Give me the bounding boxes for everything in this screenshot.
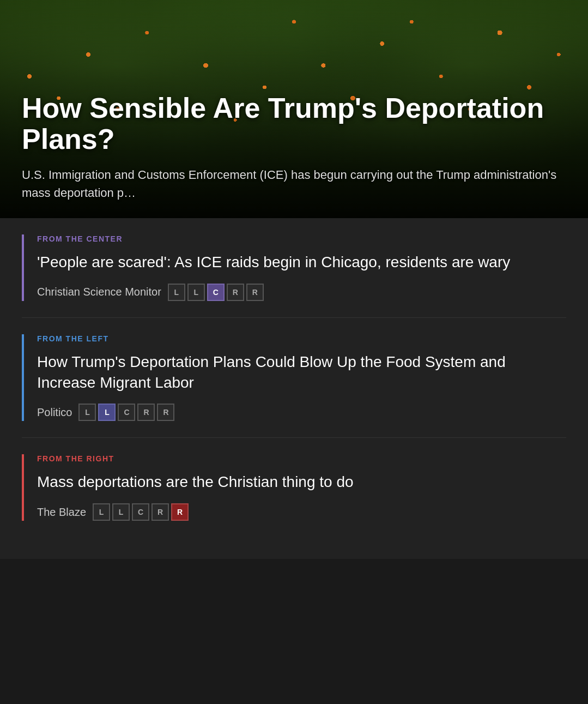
source-name-center: Christian Science Monitor [37, 286, 161, 298]
bias-box-left-L2: L [98, 404, 116, 421]
source-row-right: The Blaze L L C R R [37, 503, 566, 521]
bias-box-L1: L [168, 284, 185, 301]
hero-section: How Sensible Are Trump's Deportation Pla… [0, 0, 588, 218]
bias-box-C: C [207, 284, 225, 301]
bias-box-right-R2: R [171, 503, 189, 521]
article-inner-center: FROM THE CENTER 'People are scared': As … [22, 234, 566, 301]
bias-indicators-right: L L C R R [93, 503, 189, 521]
article-inner-left: FROM THE LEFT How Trump's Deportation Pl… [22, 334, 566, 422]
section-label-center: FROM THE CENTER [37, 234, 566, 243]
article-title-left[interactable]: How Trump's Deportation Plans Could Blow… [37, 352, 566, 393]
bias-box-left-L1: L [78, 404, 96, 421]
section-label-left: FROM THE LEFT [37, 334, 566, 343]
bias-box-L2: L [187, 284, 205, 301]
bias-indicators-left: L L C R R [78, 404, 174, 421]
hero-content: How Sensible Are Trump's Deportation Pla… [0, 76, 588, 218]
section-label-right: FROM THE RIGHT [37, 454, 566, 463]
bias-box-R1: R [227, 284, 244, 301]
bias-box-right-L1: L [93, 503, 110, 521]
article-section-right[interactable]: FROM THE RIGHT Mass deportations are the… [22, 438, 566, 537]
hero-title[interactable]: How Sensible Are Trump's Deportation Pla… [22, 93, 566, 155]
bias-box-right-R1: R [151, 503, 169, 521]
source-name-right: The Blaze [37, 506, 86, 519]
article-title-right[interactable]: Mass deportations are the Christian thin… [37, 472, 566, 492]
bias-indicators-center: L L C R R [168, 284, 264, 301]
source-name-left: Politico [37, 406, 72, 419]
source-row-left: Politico L L C R R [37, 404, 566, 421]
article-title-center[interactable]: 'People are scared': As ICE raids begin … [37, 252, 566, 273]
article-inner-right: FROM THE RIGHT Mass deportations are the… [22, 454, 566, 521]
bias-box-right-L2: L [112, 503, 130, 521]
source-row-center: Christian Science Monitor L L C R R [37, 284, 566, 301]
bias-box-left-R1: R [137, 404, 155, 421]
article-section-center[interactable]: FROM THE CENTER 'People are scared': As … [22, 218, 566, 318]
bias-box-left-R2: R [157, 404, 174, 421]
article-section-left[interactable]: FROM THE LEFT How Trump's Deportation Pl… [22, 318, 566, 438]
bias-box-left-C: C [118, 404, 135, 421]
hero-subtitle: U.S. Immigration and Customs Enforcement… [22, 166, 566, 202]
bias-box-right-C: C [132, 503, 149, 521]
bias-box-R2: R [246, 284, 264, 301]
articles-container: FROM THE CENTER 'People are scared': As … [0, 218, 588, 559]
